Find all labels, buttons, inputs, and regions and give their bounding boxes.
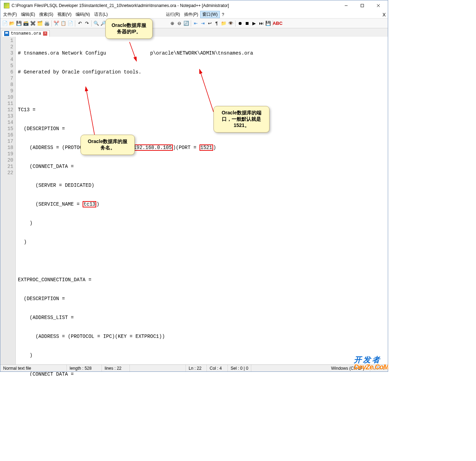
menu-help[interactable]: ? xyxy=(220,12,226,18)
status-length: length : 528 xyxy=(67,365,102,371)
toolbar-separator xyxy=(51,20,52,27)
code-line: (DESCRIPTION = xyxy=(18,296,388,302)
tab-close-icon[interactable]: ✕ xyxy=(43,31,47,36)
macro-save-icon[interactable]: 💾 xyxy=(265,20,271,27)
file-tab[interactable]: tnsnames.ora ✕ xyxy=(2,30,50,37)
toolbar: 📄 📂 💾 🗃️ ✖️ 🗂️ 🖨️ ✂️ 📋 📄 ↶ ↷ 🔍 🔎 ⊕ ⊖ 🔄 ⇤… xyxy=(0,19,388,28)
menu-file[interactable]: 文件(F) xyxy=(1,11,19,18)
monitor-icon[interactable]: 👁️ xyxy=(227,20,234,27)
cut-icon[interactable]: ✂️ xyxy=(53,20,59,27)
spellcheck-icon[interactable]: ABC xyxy=(274,20,281,27)
paste-icon[interactable]: 📄 xyxy=(67,20,74,27)
all-chars-icon[interactable]: ¶ xyxy=(214,20,220,27)
save-all-icon[interactable]: 🗃️ xyxy=(23,20,29,27)
stop-icon[interactable]: ⏹ xyxy=(244,20,250,27)
code-line: (SERVICE_NAME = tc13) xyxy=(18,201,388,207)
play-multi-icon[interactable]: ⏭ xyxy=(258,20,264,27)
code-line: EXTPROC_CONNECTION_DATA = xyxy=(18,277,388,283)
code-line: ) xyxy=(18,352,388,359)
tab-filename: tnsnames.ora xyxy=(11,31,41,36)
menu-search[interactable]: 搜索(S) xyxy=(37,11,55,18)
maximize-button[interactable] xyxy=(354,0,370,11)
menu-view[interactable]: 视图(V) xyxy=(55,11,74,18)
zoom-in-icon[interactable]: ⊕ xyxy=(169,20,175,27)
wordwrap-icon[interactable]: ↩ xyxy=(206,20,213,27)
menu-edit[interactable]: 编辑(E) xyxy=(19,11,37,18)
status-ln: Ln : 22 xyxy=(186,365,207,371)
highlight-service-name: tc13 xyxy=(83,201,97,207)
code-area[interactable]: # tnsnames.ora Network Configu p\oracle\… xyxy=(16,37,388,365)
callout-ip: Oracle数据库服 务器的IP。 xyxy=(105,19,153,39)
close-button[interactable] xyxy=(370,0,386,11)
find-icon[interactable]: 🔍 xyxy=(93,20,99,27)
app-icon xyxy=(4,3,9,8)
code-line: ) xyxy=(18,220,388,226)
play-icon[interactable]: ▶ xyxy=(251,20,257,27)
record-icon[interactable]: ⏺ xyxy=(237,20,243,27)
menu-window[interactable]: 窗口(W) xyxy=(200,11,219,18)
zoom-out-icon[interactable]: ⊖ xyxy=(176,20,182,27)
titlebar: C:\Program Files\PLSQL Developer 15\inst… xyxy=(0,0,388,11)
folder-icon[interactable]: 📁 xyxy=(220,20,227,27)
save-icon[interactable]: 💾 xyxy=(16,20,22,27)
callout-port: Oracle数据库的端 口，一般默认就是 1521。 xyxy=(214,106,270,133)
window-title: C:\Program Files\PLSQL Developer 15\inst… xyxy=(12,3,338,8)
editor[interactable]: 12345678910111213141516171819202122 # tn… xyxy=(0,37,388,365)
status-filetype: Normal text file xyxy=(0,365,67,371)
code-line: TC13 = xyxy=(18,107,388,113)
minimize-button[interactable] xyxy=(338,0,354,11)
toolbar-separator xyxy=(235,20,236,27)
toolbar-separator xyxy=(191,20,191,27)
code-line: (CONNECT_DATA = xyxy=(18,163,388,170)
undo-icon[interactable]: ↶ xyxy=(77,20,83,27)
code-line: (ADDRESS = (PROTOCOL = IPC)(KEY = EXTPRO… xyxy=(18,333,388,340)
open-file-icon[interactable]: 📂 xyxy=(9,20,15,27)
copy-icon[interactable]: 📋 xyxy=(60,20,66,27)
code-line: (CONNECT_DATA = xyxy=(18,371,388,376)
tabbar: tnsnames.ora ✕ xyxy=(0,28,388,37)
sync-icon[interactable]: 🔄 xyxy=(183,20,189,27)
code-line: # Generated by Oracle configuration tool… xyxy=(18,69,388,75)
window-controls xyxy=(338,0,386,11)
menu-plugins[interactable]: 插件(P) xyxy=(182,11,200,18)
code-line: ) xyxy=(18,239,388,245)
callout-service-name: Oracle数据库的服 务名。 xyxy=(80,135,135,155)
status-lines: lines : 22 xyxy=(102,365,130,371)
code-line: (DESCRIPTION = xyxy=(18,126,388,132)
indent-right-icon[interactable]: ⇥ xyxy=(200,20,206,27)
statusbar: Normal text file length : 528 lines : 22… xyxy=(0,364,388,371)
menu-language[interactable]: 语言(L) xyxy=(92,11,110,18)
svg-rect-1 xyxy=(361,4,364,7)
code-line xyxy=(18,88,388,94)
code-line: (ADDRESS_LIST = xyxy=(18,314,388,321)
menu-encoding[interactable]: 编码(N) xyxy=(74,11,92,18)
watermark: 开 发 者 DevZe.CoM xyxy=(354,355,388,371)
indent-left-icon[interactable]: ⇤ xyxy=(192,20,199,27)
code-line xyxy=(18,258,388,264)
code-line: (SERVER = DEDICATED) xyxy=(18,182,388,189)
code-line: (ADDRESS = (PROTOCOL = TCP)(HOST = 192.1… xyxy=(18,144,388,151)
menu-run[interactable]: 运行(R) xyxy=(164,11,182,18)
line-number-gutter: 12345678910111213141516171819202122 xyxy=(0,37,16,365)
close-all-icon[interactable]: 🗂️ xyxy=(37,20,43,27)
status-blank xyxy=(130,365,186,371)
status-sel: Sel : 0 | 0 xyxy=(228,365,251,371)
status-col: Col : 4 xyxy=(207,365,228,371)
toolbar-separator xyxy=(75,20,75,27)
save-state-icon xyxy=(4,31,9,36)
tab-close-x-icon[interactable]: X xyxy=(383,12,386,17)
window-frame: C:\Program Files\PLSQL Developer 15\inst… xyxy=(0,0,388,372)
close-file-icon[interactable]: ✖️ xyxy=(30,20,36,27)
redo-icon[interactable]: ↷ xyxy=(84,20,90,27)
new-file-icon[interactable]: 📄 xyxy=(2,20,8,27)
highlight-port: 1521 xyxy=(200,144,214,151)
menubar: 文件(F) 编辑(E) 搜索(S) 视图(V) 编码(N) 语言(L) 设 运行… xyxy=(0,11,388,19)
code-line: # tnsnames.ora Network Configu p\oracle\… xyxy=(18,50,388,56)
toolbar-separator xyxy=(91,20,92,27)
highlight-ip: 192.168.0.105 xyxy=(133,144,173,151)
print-icon[interactable]: 🖨️ xyxy=(44,20,50,27)
